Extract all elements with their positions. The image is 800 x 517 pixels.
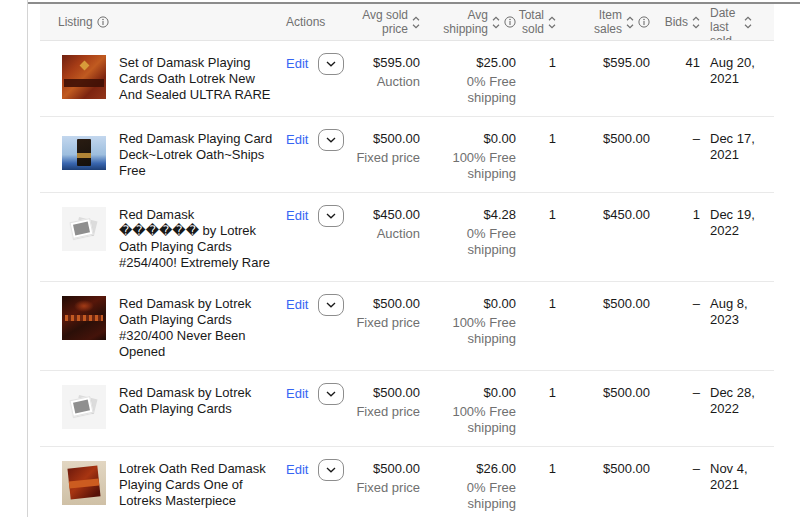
sort-chevrons-icon[interactable] [744, 16, 752, 29]
column-header-avg_shipping[interactable]: Avg shipping [420, 8, 516, 36]
chevron-down-icon [326, 467, 336, 473]
listing-thumbnail-art [62, 131, 106, 175]
listing-cell: Red Damask ������ by Lotrek Oath Playing… [40, 207, 276, 271]
sold-listings-table: Listing Actions Avg sold price Avg shipp… [40, 4, 774, 517]
listing-title[interactable]: Lotrek Oath Red Damask Playing Cards One… [119, 461, 276, 509]
edit-link[interactable]: Edit [286, 386, 308, 402]
edit-link[interactable]: Edit [286, 132, 308, 148]
sort-chevrons-icon[interactable] [626, 16, 634, 29]
listing-thumbnail[interactable] [62, 461, 106, 505]
actions-cell: Edit [276, 129, 344, 151]
actions-dropdown-button[interactable] [318, 205, 344, 227]
column-header-label: Bids [665, 15, 688, 29]
column-header-label: Listing [58, 15, 93, 29]
avg-sold-price-value: $450.00 [344, 207, 420, 223]
actions-dropdown-button[interactable] [318, 53, 344, 75]
sort-chevrons-icon[interactable] [692, 16, 700, 29]
item-sales-cell: $500.00 [556, 461, 650, 477]
sale-type-label: Auction [344, 74, 420, 90]
total-sold-cell: 1 [516, 55, 556, 71]
column-header-listing[interactable]: Listing [40, 15, 276, 29]
column-header-label: Avg shipping [438, 8, 488, 36]
total-sold-cell: 1 [516, 385, 556, 401]
free-shipping-note: 100% Free shipping [420, 404, 516, 436]
item-sales-cell: $500.00 [556, 385, 650, 401]
sale-type-label: Fixed price [344, 315, 420, 331]
bids-cell: 41 [650, 55, 700, 71]
actions-cell: Edit [276, 294, 344, 316]
info-icon[interactable] [504, 16, 516, 28]
avg-shipping-value: $0.00 [420, 385, 516, 401]
avg-shipping-cell: $0.00 100% Free shipping [420, 385, 516, 436]
date-last-sold-cell: Aug 20, 2021 [700, 55, 774, 87]
sale-type-label: Fixed price [344, 404, 420, 420]
edit-link[interactable]: Edit [286, 462, 308, 478]
info-icon[interactable] [97, 16, 109, 28]
listing-title[interactable]: Red Damask by Lotrek Oath Playing Cards [119, 385, 276, 429]
avg-shipping-value: $0.00 [420, 296, 516, 312]
date-last-sold-cell: Dec 19, 2022 [700, 207, 774, 239]
sale-type-label: Auction [344, 226, 420, 242]
avg-sold-price-value: $500.00 [344, 461, 420, 477]
free-shipping-note: 100% Free shipping [420, 315, 516, 347]
listing-title[interactable]: Red Damask Playing Card Deck~Lotrek Oath… [119, 131, 276, 179]
free-shipping-note: 0% Free shipping [420, 226, 516, 258]
avg-sold-price-cell: $500.00 Fixed price [344, 296, 420, 331]
listing-thumbnail[interactable] [62, 55, 106, 99]
listing-thumbnail[interactable] [62, 131, 106, 175]
free-shipping-note: 0% Free shipping [420, 74, 516, 106]
avg-shipping-value: $0.00 [420, 131, 516, 147]
sort-chevrons-icon[interactable] [492, 16, 500, 29]
column-header-date_last_sold[interactable]: Date last sold [700, 4, 774, 41]
avg-shipping-cell: $0.00 100% Free shipping [420, 296, 516, 347]
listing-title[interactable]: Red Damask ������ by Lotrek Oath Playing… [119, 207, 276, 271]
actions-dropdown-button[interactable] [318, 294, 344, 316]
item-sales-cell: $450.00 [556, 207, 650, 223]
listing-cell: Set of Damask Playing Cards Oath Lotrek … [40, 55, 276, 103]
date-last-sold-cell: Nov 4, 2021 [700, 461, 774, 493]
edit-link[interactable]: Edit [286, 56, 308, 72]
column-header-item_sales[interactable]: Item sales [556, 8, 650, 36]
avg-sold-price-cell: $500.00 Fixed price [344, 461, 420, 496]
sort-chevrons-icon[interactable] [412, 16, 420, 29]
info-icon[interactable] [638, 16, 650, 28]
listing-title[interactable]: Set of Damask Playing Cards Oath Lotrek … [119, 55, 276, 103]
chevron-down-icon [326, 61, 336, 67]
column-header-label: Total sold [516, 8, 544, 36]
avg-sold-price-value: $500.00 [344, 131, 420, 147]
chevron-down-icon [326, 391, 336, 397]
listing-cell: Red Damask by Lotrek Oath Playing Cards [40, 385, 276, 429]
sort-chevrons-icon[interactable] [548, 16, 556, 29]
edit-link[interactable]: Edit [286, 208, 308, 224]
avg-shipping-cell: $26.00 0% Free shipping [420, 461, 516, 512]
free-shipping-note: 100% Free shipping [420, 150, 516, 182]
listing-cell: Red Damask by Lotrek Oath Playing Cards … [40, 296, 276, 360]
listing-thumbnail[interactable] [62, 207, 106, 251]
item-sales-cell: $500.00 [556, 296, 650, 312]
table-row: Red Damask ������ by Lotrek Oath Playing… [40, 193, 774, 282]
date-last-sold-cell: Dec 17, 2021 [700, 131, 774, 163]
actions-dropdown-button[interactable] [318, 383, 344, 405]
column-header-avg_sold_price[interactable]: Avg sold price [344, 8, 420, 36]
column-header-total_sold[interactable]: Total sold [516, 8, 556, 36]
edit-link[interactable]: Edit [286, 297, 308, 313]
column-header-bids[interactable]: Bids [650, 15, 700, 29]
avg-sold-price-cell: $450.00 Auction [344, 207, 420, 242]
avg-shipping-cell: $4.28 0% Free shipping [420, 207, 516, 258]
total-sold-cell: 1 [516, 296, 556, 312]
bids-cell: – [650, 131, 700, 147]
sale-type-label: Fixed price [344, 150, 420, 166]
avg-sold-price-value: $500.00 [344, 385, 420, 401]
actions-dropdown-button[interactable] [318, 459, 344, 481]
listing-thumbnail[interactable] [62, 385, 106, 429]
listing-thumbnail-art [62, 385, 106, 429]
bids-cell: – [650, 461, 700, 477]
total-sold-cell: 1 [516, 461, 556, 477]
chevron-down-icon [326, 302, 336, 308]
listing-title[interactable]: Red Damask by Lotrek Oath Playing Cards … [119, 296, 276, 360]
actions-dropdown-button[interactable] [318, 129, 344, 151]
avg-sold-price-cell: $500.00 Fixed price [344, 385, 420, 420]
column-header-actions[interactable]: Actions [276, 15, 344, 29]
actions-cell: Edit [276, 459, 344, 481]
listing-thumbnail[interactable] [62, 296, 106, 340]
